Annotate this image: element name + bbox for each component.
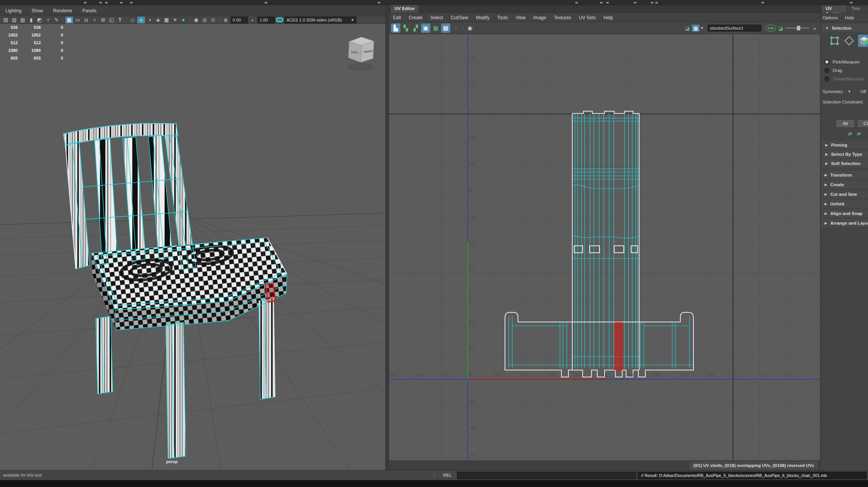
- uv-menu-tools[interactable]: Tools: [497, 15, 508, 20]
- clear-button[interactable]: Cle: [857, 119, 868, 128]
- uv-menu-edit[interactable]: Edit: [393, 15, 401, 20]
- menu-renderer[interactable]: Renderer: [53, 8, 72, 13]
- uv-shell-back[interactable]: [572, 111, 639, 370]
- film-gate-icon[interactable]: ▭: [74, 17, 82, 23]
- uv-grid-display-icon[interactable]: ▣: [421, 23, 430, 33]
- gamma-icon[interactable]: ◐: [249, 17, 257, 23]
- selection-section-header[interactable]: ▼ Selection: [822, 24, 868, 32]
- grease-pencil-icon[interactable]: ✎: [53, 17, 60, 23]
- color-management-toggle[interactable]: ON: [276, 17, 283, 22]
- gate-mask-icon[interactable]: ■: [91, 17, 98, 23]
- section-align-and-snap[interactable]: ▶ Align and Snap: [821, 209, 868, 217]
- exposure-field[interactable]: 0.00: [230, 17, 248, 23]
- uv-menu-view[interactable]: View: [516, 15, 526, 20]
- rgb-channels-icon[interactable]: RGB: [765, 25, 776, 32]
- uv-borders-icon[interactable]: ▦: [431, 23, 440, 33]
- image-plane-icon[interactable]: ◩: [36, 17, 43, 23]
- uv-distortion-icon[interactable]: ▞: [411, 23, 420, 33]
- toolkit-menu-help[interactable]: Help: [845, 15, 854, 20]
- mel-input[interactable]: [457, 472, 636, 479]
- material-dropdown-caret[interactable]: ▼: [700, 26, 704, 30]
- wireframe-icon[interactable]: ◇: [129, 17, 137, 23]
- gamma-field[interactable]: 1.00: [257, 17, 275, 23]
- menu-lighting[interactable]: Lighting: [5, 8, 22, 13]
- uv-editor-canvas[interactable]: -0.3-0.2-0.100.10.20.30.40.50.60.70.80.9…: [389, 34, 820, 460]
- section-pinning[interactable]: ▶ Pinning: [822, 141, 868, 149]
- mode-tweak-marquee[interactable]: Tweak/Marquee: [824, 76, 864, 82]
- symmetry-value[interactable]: Off: [860, 89, 866, 94]
- material-name-field[interactable]: standardSurface1: [708, 25, 761, 32]
- mode-drag[interactable]: Drag: [824, 68, 864, 73]
- texture-display-icon[interactable]: ◪: [683, 25, 691, 32]
- uv-snapshot-icon[interactable]: ◉: [465, 23, 475, 33]
- toolkit-menu-options[interactable]: Options: [823, 15, 838, 20]
- tab-uv-toolkit[interactable]: UV Toolkit: [822, 5, 847, 13]
- menu-panels[interactable]: Panels: [82, 8, 97, 13]
- command-line-grip[interactable]: ⁞⁞: [434, 473, 435, 477]
- section-create[interactable]: ▶ Create: [821, 180, 868, 188]
- grid-toggle-icon[interactable]: ▦: [65, 17, 73, 23]
- all-button[interactable]: All: [836, 119, 855, 128]
- shadows-icon[interactable]: ●: [180, 17, 187, 23]
- resolution-gate-icon[interactable]: ◘: [82, 17, 90, 23]
- textured-icon[interactable]: ◑: [146, 17, 153, 23]
- chevron-down-icon[interactable]: ▼: [848, 90, 851, 93]
- camera-icon[interactable]: ▤: [2, 17, 10, 23]
- copy-uvs-icon[interactable]: ⇄: [848, 131, 852, 137]
- edge-select-icon[interactable]: [843, 35, 855, 47]
- wireframe-on-shaded-icon[interactable]: ◈: [154, 17, 162, 23]
- tab-uv-editor[interactable]: UV Editor: [391, 5, 418, 13]
- pan-zoom-icon[interactable]: +: [44, 17, 52, 23]
- camera-lock-icon[interactable]: ▥: [10, 17, 18, 23]
- motion-blur-icon[interactable]: ◎: [201, 17, 208, 23]
- vertex-select-icon[interactable]: [829, 35, 840, 47]
- section-select-by-type[interactable]: ▶ Select By Type: [822, 150, 868, 158]
- colorspace-dropdown[interactable]: ACES 1.0 SDR-video (sRGB) ▼: [284, 17, 357, 23]
- face-select-icon[interactable]: [858, 35, 868, 47]
- chair-model[interactable]: [63, 123, 287, 459]
- smooth-shade-icon[interactable]: ◆: [137, 17, 145, 23]
- pixel-grid-icon[interactable]: ▩: [441, 23, 450, 33]
- isolate-select-arrows-icon[interactable]: »: [810, 25, 820, 32]
- mode-pick-marquee[interactable]: Pick/Marquee: [824, 59, 864, 65]
- anti-aliasing-icon[interactable]: ⊙: [209, 17, 217, 23]
- uv-menu-help[interactable]: Help: [603, 15, 613, 20]
- lighting-icon[interactable]: ☀: [171, 17, 179, 23]
- uv-menu-select[interactable]: Select: [430, 15, 443, 20]
- command-result-field[interactable]: // Result: D:/lebar/Documents/RB_AssPipe…: [638, 472, 867, 479]
- section-unfold[interactable]: ▶ Unfold: [821, 200, 868, 208]
- uv-menu-modify[interactable]: Modify: [476, 15, 489, 20]
- paste-uvs-icon[interactable]: ⇄: [857, 131, 861, 137]
- clipped-shelf-strip: [0, 0, 868, 5]
- 3d-viewport[interactable]: LEFT FRONT 5365360 105210520 5125120 108…: [0, 24, 385, 470]
- uv-menu-uv-sets[interactable]: UV Sets: [579, 15, 596, 20]
- alpha-channel-icon[interactable]: ◪: [777, 25, 785, 32]
- checker-material-icon[interactable]: ▩: [163, 17, 170, 23]
- tab-tool-set[interactable]: Tool Set: [848, 5, 868, 13]
- uv-menu-cut-sew[interactable]: Cut/Sew: [451, 15, 468, 20]
- section-transform[interactable]: ▶ Transform: [821, 171, 868, 179]
- bookmark-icon[interactable]: ▮: [27, 17, 35, 23]
- view-cube[interactable]: LEFT FRONT: [347, 37, 375, 71]
- uv-menu-image[interactable]: Image: [533, 15, 546, 20]
- ambient-occlusion-icon[interactable]: ◉: [192, 17, 200, 23]
- image-dim-slider[interactable]: [785, 25, 809, 31]
- section-arrange-and-layout[interactable]: ▶ Arrange and Layo: [821, 219, 868, 227]
- uv-shell-view-icon[interactable]: ▙: [391, 23, 400, 33]
- uv-menu-textures[interactable]: Textures: [554, 15, 571, 20]
- selected-uv-face[interactable]: [615, 323, 622, 370]
- section-soft-selection[interactable]: ▶ Soft Selection: [822, 159, 868, 167]
- checker-map-icon[interactable]: ▩: [692, 25, 700, 32]
- safe-action-icon[interactable]: ◱: [108, 17, 115, 23]
- safe-title-icon[interactable]: T: [116, 17, 124, 23]
- field-chart-icon[interactable]: ⊞: [99, 17, 107, 23]
- menu-show[interactable]: Show: [32, 8, 43, 13]
- section-cut-and-sew[interactable]: ▶ Cut and Sew: [821, 190, 868, 198]
- uv-tile-icon[interactable]: ▚: [401, 23, 410, 33]
- shade-uvs-icon[interactable]: ◌: [451, 23, 460, 33]
- mel-label[interactable]: MEL: [443, 473, 452, 477]
- exposure-icon[interactable]: ◍: [222, 17, 230, 23]
- camera-settings-icon[interactable]: ▧: [19, 17, 27, 23]
- uv-shells[interactable]: [505, 111, 693, 377]
- uv-menu-create[interactable]: Create: [409, 15, 423, 20]
